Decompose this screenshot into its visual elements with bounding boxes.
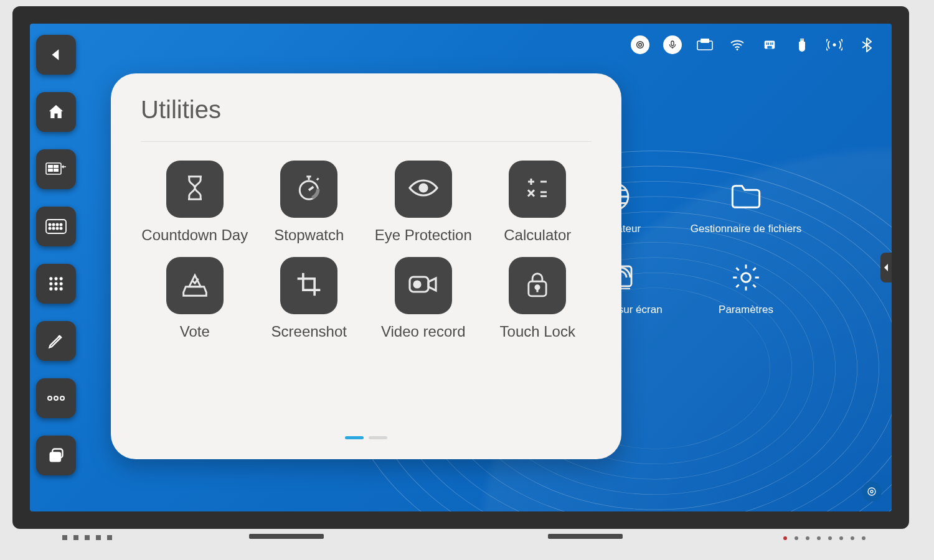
screen: OPS Navigateur Gestion <box>30 24 892 511</box>
svg-rect-12 <box>772 42 773 45</box>
lock-icon <box>526 271 549 301</box>
svg-point-0 <box>637 42 644 49</box>
edge-pull-tab[interactable] <box>880 253 892 282</box>
stopwatch-icon <box>295 174 323 204</box>
target-icon[interactable] <box>630 35 650 55</box>
svg-rect-8 <box>767 46 771 49</box>
ethernet-icon[interactable] <box>760 35 780 55</box>
svg-point-1 <box>639 44 642 47</box>
app-screenshot[interactable]: Screenshot <box>255 257 364 341</box>
hourglass-icon <box>181 174 209 204</box>
recents-button[interactable] <box>36 436 76 475</box>
page-dot <box>369 436 387 439</box>
eye-icon <box>408 178 438 200</box>
windows-source-button[interactable] <box>36 149 76 189</box>
panel-title: Utilities <box>141 96 592 142</box>
keyboard-button[interactable] <box>36 207 76 246</box>
back-button[interactable] <box>36 35 76 75</box>
svg-point-29 <box>49 282 52 285</box>
calculator-icon <box>525 175 550 203</box>
svg-point-42 <box>742 273 751 282</box>
sidebar <box>36 35 76 475</box>
page-indicator[interactable] <box>141 436 592 442</box>
gear-icon <box>729 260 763 295</box>
svg-point-25 <box>60 227 62 229</box>
app-label: Stopwatch <box>274 226 344 245</box>
bluetooth-icon[interactable] <box>857 35 877 55</box>
svg-point-20 <box>56 223 58 225</box>
svg-point-30 <box>54 282 57 285</box>
svg-point-33 <box>54 287 57 291</box>
device-bezel-bottom <box>12 530 909 553</box>
more-button[interactable] <box>36 378 76 418</box>
svg-point-34 <box>60 287 63 291</box>
status-bar: OPS <box>630 35 877 55</box>
svg-point-26 <box>49 277 52 280</box>
svg-point-6 <box>737 49 738 50</box>
svg-point-27 <box>54 277 57 280</box>
app-label: Touch Lock <box>500 323 575 341</box>
desktop-label: Paramètres <box>719 304 773 316</box>
svg-point-46 <box>414 281 420 287</box>
app-label: Video record <box>381 323 466 341</box>
desktop-icon-settings[interactable]: Paramètres <box>690 260 802 316</box>
home-button[interactable] <box>36 92 76 132</box>
app-label: Vote <box>180 323 210 341</box>
app-label: Calculator <box>504 226 571 245</box>
svg-point-24 <box>56 227 58 229</box>
svg-point-36 <box>54 396 58 400</box>
svg-point-31 <box>60 282 63 285</box>
svg-point-37 <box>60 396 64 400</box>
app-calculator[interactable]: Calculator <box>484 161 592 245</box>
folder-icon <box>729 179 763 214</box>
svg-point-19 <box>52 223 54 225</box>
vote-icon <box>181 271 209 301</box>
svg-point-23 <box>52 227 54 229</box>
app-countdown-day[interactable]: Countdown Day <box>141 161 249 245</box>
svg-point-21 <box>60 223 62 225</box>
page-dot-active <box>345 436 364 439</box>
app-touch-lock[interactable]: Touch Lock <box>484 257 592 341</box>
svg-point-18 <box>49 223 50 225</box>
svg-rect-9 <box>767 42 768 45</box>
ops-icon[interactable]: OPS <box>695 35 715 55</box>
svg-rect-10 <box>768 42 769 45</box>
svg-rect-17 <box>46 220 66 233</box>
broadcast-icon[interactable] <box>824 35 844 55</box>
svg-point-22 <box>49 227 50 229</box>
desktop-label: Gestionnaire de fichiers <box>691 223 802 235</box>
svg-point-48 <box>535 285 539 289</box>
wifi-icon[interactable] <box>727 35 747 55</box>
crop-icon <box>295 271 323 301</box>
app-video-record[interactable]: Video record <box>369 257 478 341</box>
usb-icon[interactable] <box>792 35 812 55</box>
svg-point-35 <box>48 396 52 400</box>
svg-point-15 <box>833 44 836 47</box>
utilities-grid: Countdown Day Stopwatch Eye Protection C… <box>141 161 592 341</box>
videocam-icon <box>408 273 438 298</box>
svg-rect-11 <box>770 42 771 45</box>
device-frame: OPS Navigateur Gestion <box>12 6 909 529</box>
svg-rect-13 <box>801 39 801 40</box>
app-label: Screenshot <box>271 323 347 341</box>
corner-settings-button[interactable] <box>862 482 882 502</box>
svg-rect-14 <box>803 39 803 40</box>
apps-button[interactable] <box>36 264 76 304</box>
app-vote[interactable]: Vote <box>141 257 249 341</box>
svg-point-49 <box>870 490 873 493</box>
desktop-icon-files[interactable]: Gestionnaire de fichiers <box>690 179 802 235</box>
microphone-icon[interactable] <box>663 35 682 55</box>
app-eye-protection[interactable]: Eye Protection <box>369 161 478 245</box>
app-stopwatch[interactable]: Stopwatch <box>255 161 364 245</box>
svg-text:OPS: OPS <box>702 39 709 43</box>
svg-point-32 <box>49 287 52 291</box>
svg-point-44 <box>420 184 427 192</box>
svg-point-50 <box>868 488 875 495</box>
svg-rect-2 <box>671 41 674 45</box>
app-label: Countdown Day <box>141 226 248 245</box>
svg-point-28 <box>60 277 63 280</box>
utilities-panel: Utilities Countdown Day Stopwatch Eye Pr… <box>111 73 621 459</box>
pencil-button[interactable] <box>36 321 76 361</box>
app-label: Eye Protection <box>375 226 472 245</box>
